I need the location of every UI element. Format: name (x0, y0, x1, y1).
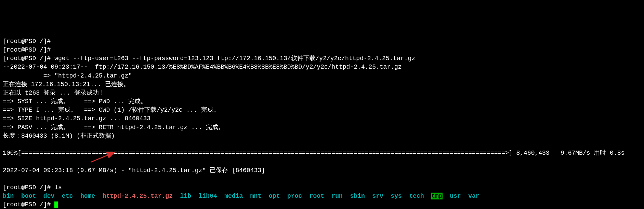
wget-line: ==> SIZE httpd-2.4.25.tar.gz ... 8460433 (3, 115, 150, 122)
dir-bin: bin (3, 193, 14, 199)
dir-tech: tech (409, 193, 424, 199)
dir-tmp: tmp (431, 193, 442, 199)
prompt: [root@PSD /]# (3, 55, 54, 62)
wget-line: --2022-07-04 09:23:17-- ftp://172.16.150… (3, 64, 402, 70)
wget-line: ==> SYST ... 完成。 ==> PWD ... 完成。 (3, 98, 147, 105)
dir-dev: dev (43, 193, 54, 199)
dir-sbin: sbin (350, 193, 365, 199)
wget-line: ==> PASV ... 完成。 ==> RETR httpd-2.4.25.t… (3, 124, 224, 131)
dir-root: root (310, 193, 324, 199)
file-httpd: httpd-2.4.25.tar.gz (103, 193, 173, 199)
terminal-output[interactable]: [root@PSD /]# [root@PSD /]# [root@PSD /]… (3, 37, 641, 209)
dir-media: media (224, 193, 243, 199)
dir-lib64: lib64 (199, 193, 217, 199)
dir-home: home (80, 193, 95, 199)
command-ls: ls (54, 184, 62, 191)
prompt: [root@PSD /]# (3, 201, 54, 208)
dir-boot: boot (21, 193, 36, 199)
dir-var: var (468, 193, 479, 199)
command-wget: wget --ftp-user=t263 --ftp-password=123.… (54, 55, 415, 62)
progress-bar: 100%[===================================… (3, 150, 625, 156)
dir-srv: srv (372, 193, 383, 199)
dir-usr: usr (450, 193, 461, 199)
prompt: [root@PSD /]# (3, 184, 54, 191)
wget-line: 正在连接 172.16.150.13:21... 已连接。 (3, 81, 130, 88)
dir-lib: lib (180, 193, 191, 199)
wget-line: ==> TYPE I ... 完成。 ==> CWD (1) /软件下载/y2/… (3, 107, 220, 113)
wget-line: => "httpd-2.4.25.tar.gz" (3, 72, 132, 79)
prompt: [root@PSD /]# (3, 38, 51, 45)
dir-etc: etc (62, 193, 73, 199)
dir-mnt: mnt (250, 193, 261, 199)
wget-line: 正在以 t263 登录 ... 登录成功！ (3, 89, 105, 96)
dir-sys: sys (391, 193, 402, 199)
wget-saved: 2022-07-04 09:23:18 (9.67 MB/s) - "httpd… (3, 167, 265, 174)
wget-line: 长度：8460433 (8.1M) (非正式数据) (3, 133, 115, 139)
dir-opt: opt (269, 193, 280, 199)
cursor (54, 201, 58, 208)
dir-proc: proc (287, 193, 302, 199)
prompt: [root@PSD /]# (3, 46, 51, 53)
dir-run: run (332, 193, 343, 199)
